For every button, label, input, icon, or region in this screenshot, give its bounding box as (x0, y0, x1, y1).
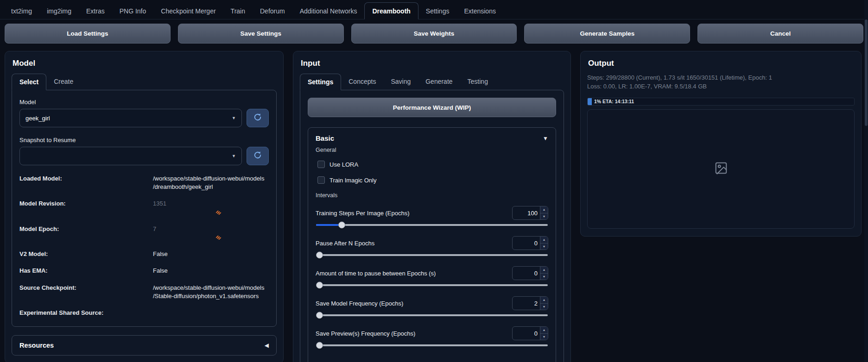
field-source-checkpoint: Source Checkpoint: /workspace/stable-dif… (19, 284, 269, 300)
use-lora-checkbox[interactable] (317, 161, 325, 168)
number-field[interactable] (513, 206, 540, 219)
number-field[interactable] (513, 267, 540, 280)
spinner-down-icon[interactable]: ▼ (540, 243, 548, 250)
train-imagic-label: Train Imagic Only (329, 177, 376, 184)
pause-epochs-slider[interactable] (316, 254, 548, 256)
field-label: Model Revision: (19, 200, 153, 216)
page-scrollbar[interactable] (864, 0, 868, 362)
slider-label: Training Steps Per Image (Epochs) (316, 210, 410, 217)
nav-tab-png-info[interactable]: PNG Info (112, 3, 154, 19)
performance-wizard-button[interactable]: Performance Wizard (WIP) (308, 98, 556, 117)
chevron-down-icon: ▼ (232, 154, 236, 158)
save-model-freq-number-input[interactable]: ▲▼ (512, 296, 548, 310)
pause-time-slider[interactable] (316, 284, 548, 286)
input-tab-saving[interactable]: Saving (383, 74, 418, 90)
slider-thumb[interactable] (316, 342, 323, 349)
refresh-snapshot-button[interactable] (247, 147, 269, 165)
train-imagic-checkbox-row[interactable]: Train Imagic Only (317, 176, 548, 184)
spinner-down-icon[interactable]: ▼ (540, 273, 548, 280)
save-weights-button[interactable]: Save Weights (351, 24, 517, 44)
intervals-section-label: Intervals (316, 192, 548, 199)
spinner-down-icon[interactable]: ▼ (540, 303, 548, 310)
save-model-freq-slider[interactable] (316, 314, 548, 316)
chevron-down-icon: ▼ (232, 116, 236, 120)
output-panel: Output Steps: 299/28800 (Current), 1.73 … (580, 51, 862, 237)
save-preview-freq-slider-group: Save Preview(s) Frequency (Epochs) ▲▼ (316, 326, 548, 346)
field-loaded-model: Loaded Model: /workspace/stable-diffusio… (19, 175, 269, 191)
input-panel-title: Input (301, 59, 563, 68)
model-tab-content: Model geek_girl ▼ Snapshot to Resume ▼ (12, 90, 277, 327)
number-field[interactable] (513, 327, 540, 340)
nav-tab-txt2img[interactable]: txt2img (4, 3, 39, 19)
number-field[interactable] (513, 237, 540, 250)
slider-thumb[interactable] (316, 312, 323, 319)
cancel-button[interactable]: Cancel (697, 24, 863, 44)
nav-tab-img2img[interactable]: img2img (39, 3, 79, 19)
training-steps-number-input[interactable]: ▲▼ (512, 206, 548, 220)
basic-accordion: Basic ▼ General Use LORA Train Imagic On… (308, 127, 556, 362)
spinner-up-icon[interactable]: ▲ (540, 206, 548, 213)
nav-tab-train[interactable]: Train (223, 3, 253, 19)
nav-tab-extras[interactable]: Extras (79, 3, 112, 19)
field-v2-model: V2 Model: False (19, 250, 269, 258)
spinner-down-icon[interactable]: ▼ (540, 213, 548, 220)
model-tabs: Select Create (12, 74, 277, 90)
snapshot-dropdown[interactable]: ▼ (19, 147, 242, 165)
save-preview-freq-slider[interactable] (316, 344, 548, 346)
field-value: False (153, 250, 269, 258)
training-steps-slider-group: Training Steps Per Image (Epochs) ▲▼ (316, 206, 548, 226)
basic-accordion-header[interactable]: Basic ▼ (316, 134, 548, 142)
pause-time-slider-group: Amount of time to pause between Epochs (… (316, 266, 548, 286)
nav-tab-deforum[interactable]: Deforum (253, 3, 292, 19)
spinner-up-icon[interactable]: ▲ (540, 237, 548, 243)
general-section-label: General (316, 147, 548, 153)
slider-label: Save Model Frequency (Epochs) (316, 300, 403, 307)
training-steps-slider[interactable] (316, 224, 548, 226)
progress-bar: 1% ETA: 14:13:11 (587, 98, 855, 106)
model-dropdown[interactable]: geek_girl ▼ (19, 109, 242, 127)
model-tab-create[interactable]: Create (46, 74, 81, 90)
scrollbar-thumb[interactable] (865, 19, 868, 126)
slider-label: Amount of time to pause between Epochs (… (316, 270, 436, 277)
field-label: V2 Model: (19, 250, 153, 258)
model-tab-select[interactable]: Select (12, 74, 46, 90)
nav-tab-extensions[interactable]: Extensions (456, 3, 503, 19)
input-tab-generate[interactable]: Generate (418, 74, 460, 90)
input-tab-concepts[interactable]: Concepts (341, 74, 383, 90)
use-lora-checkbox-row[interactable]: Use LORA (317, 161, 548, 168)
nav-tab-additional-networks[interactable]: Additional Networks (292, 3, 365, 19)
resources-accordion-title: Resources (19, 342, 54, 349)
spinner-down-icon[interactable]: ▼ (540, 333, 548, 340)
input-tab-settings[interactable]: Settings (300, 74, 341, 90)
save-preview-freq-number-input[interactable]: ▲▼ (512, 326, 548, 340)
pause-time-number-input[interactable]: ▲▼ (512, 266, 548, 280)
nav-tab-checkpoint-merger[interactable]: Checkpoint Merger (153, 3, 223, 19)
nav-tab-settings[interactable]: Settings (418, 3, 457, 19)
generate-samples-button[interactable]: Generate Samples (524, 24, 690, 44)
slider-thumb[interactable] (338, 222, 345, 229)
number-field[interactable] (513, 297, 540, 310)
slider-thumb[interactable] (316, 282, 323, 289)
field-label: Experimental Shared Source: (19, 309, 153, 317)
refresh-model-button[interactable] (247, 109, 269, 127)
load-settings-button[interactable]: Load Settings (5, 24, 171, 44)
spinner-up-icon[interactable]: ▲ (540, 297, 548, 303)
train-imagic-checkbox[interactable] (317, 176, 325, 184)
field-model-revision: Model Revision: 1351 (19, 200, 269, 216)
pause-epochs-number-input[interactable]: ▲▼ (512, 236, 548, 250)
refresh-icon (253, 112, 262, 124)
nav-tab-dreambooth[interactable]: Dreambooth (364, 2, 418, 19)
slider-fill (316, 224, 342, 226)
spinner-up-icon[interactable]: ▲ (540, 327, 548, 333)
slider-thumb[interactable] (316, 252, 323, 259)
image-placeholder-icon (714, 161, 728, 177)
model-dropdown-label: Model (19, 99, 269, 106)
number-spinner: ▲▼ (540, 297, 548, 310)
field-value: /workspace/stable-diffusion-webui/models… (153, 175, 269, 191)
resources-accordion[interactable]: Resources ◀ (12, 335, 277, 356)
progress-label: 1% ETA: 14:13:11 (594, 99, 634, 104)
status-line-loss: Loss: 0.00, LR: 1.00E-7, VRAM: 9.5/18.4 … (587, 82, 855, 91)
save-settings-button[interactable]: Save Settings (178, 24, 344, 44)
spinner-up-icon[interactable]: ▲ (540, 267, 548, 273)
input-tab-testing[interactable]: Testing (460, 74, 495, 90)
